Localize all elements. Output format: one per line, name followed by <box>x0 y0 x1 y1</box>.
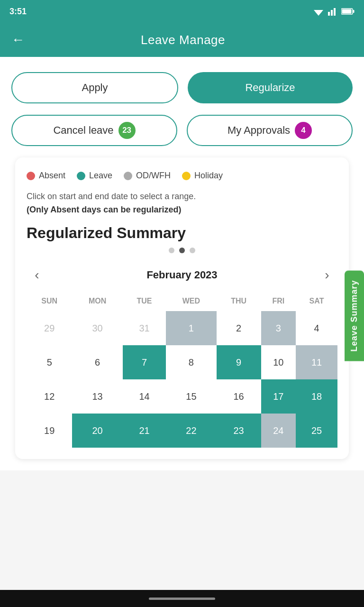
weekday-fri: FRI <box>261 293 296 311</box>
summary-title: Regularized Summary <box>27 224 337 242</box>
instruction-line1: Click on start and end date to select a … <box>27 190 337 203</box>
svg-rect-7 <box>353 10 355 13</box>
header: ← Leave Manage <box>0 23 364 57</box>
cal-cell[interactable]: 7 <box>123 345 166 379</box>
calendar-card: Absent Leave OD/WFH Holiday Click on sta… <box>15 157 349 459</box>
cal-cell[interactable]: 2 <box>217 311 261 345</box>
weekday-mon: MON <box>72 293 123 311</box>
calendar-nav: ‹ February 2023 › <box>27 265 337 285</box>
back-button[interactable]: ← <box>11 33 25 46</box>
weekday-thu: THU <box>217 293 261 311</box>
cal-cell[interactable]: 20 <box>72 414 123 448</box>
cal-cell[interactable]: 6 <box>72 345 123 379</box>
page-title: Leave Manage <box>32 33 334 47</box>
action-row-2: Cancel leave 23 My Approvals 4 <box>11 115 353 146</box>
table-row: 19 20 21 22 23 24 25 <box>27 414 337 448</box>
cal-cell[interactable]: 1 <box>166 311 217 345</box>
signal-icon <box>328 7 337 16</box>
legend-absent: Absent <box>27 171 65 181</box>
cal-cell[interactable]: 10 <box>261 345 296 379</box>
od-dot <box>124 172 132 180</box>
table-row: 12 13 14 15 16 17 18 <box>27 379 337 414</box>
status-bar: 3:51 <box>0 0 364 23</box>
cancel-leave-button[interactable]: Cancel leave 23 <box>11 115 177 146</box>
leave-dot <box>77 172 85 180</box>
main-content: Apply Regularize Cancel leave 23 My Appr… <box>0 57 364 470</box>
cal-cell[interactable]: 21 <box>123 414 166 448</box>
cal-cell[interactable]: 8 <box>166 345 217 379</box>
legend-holiday: Holiday <box>182 171 223 181</box>
dots-indicator <box>27 248 337 253</box>
cal-cell[interactable]: 30 <box>72 311 123 345</box>
regularize-button[interactable]: Regularize <box>188 72 353 103</box>
home-bar <box>0 590 364 607</box>
dot-1[interactable] <box>169 248 174 253</box>
cal-cell[interactable]: 17 <box>261 379 296 414</box>
cal-cell[interactable]: 18 <box>296 379 337 414</box>
action-row-1: Apply Regularize <box>11 72 353 103</box>
legend: Absent Leave OD/WFH Holiday <box>27 171 337 181</box>
apply-button[interactable]: Apply <box>11 72 178 103</box>
cal-cell[interactable]: 14 <box>123 379 166 414</box>
cal-cell[interactable]: 3 <box>261 311 296 345</box>
holiday-dot <box>182 172 191 180</box>
cal-cell[interactable]: 4 <box>296 311 337 345</box>
cal-cell[interactable]: 15 <box>166 379 217 414</box>
legend-od: OD/WFH <box>124 171 171 181</box>
weekday-tue: TUE <box>123 293 166 311</box>
svg-marker-1 <box>315 12 322 16</box>
cal-cell[interactable]: 22 <box>166 414 217 448</box>
cal-cell[interactable]: 5 <box>27 345 72 379</box>
cal-cell[interactable]: 24 <box>261 414 296 448</box>
leave-summary-tab[interactable]: Leave Summary <box>345 270 364 361</box>
dot-3[interactable] <box>190 248 195 253</box>
cal-cell[interactable]: 12 <box>27 379 72 414</box>
my-approvals-badge: 4 <box>295 122 312 139</box>
status-time: 3:51 <box>9 7 27 17</box>
svg-rect-4 <box>334 8 336 16</box>
svg-rect-2 <box>328 12 330 16</box>
calendar-header-row: SUN MON TUE WED THU FRI SAT <box>27 293 337 311</box>
cal-cell[interactable]: 31 <box>123 311 166 345</box>
calendar-table: SUN MON TUE WED THU FRI SAT 29 30 31 1 2 <box>27 293 337 448</box>
cal-cell[interactable]: 9 <box>217 345 261 379</box>
cancel-leave-badge: 23 <box>118 122 136 139</box>
next-month-button[interactable]: › <box>317 265 337 285</box>
legend-leave: Leave <box>77 171 112 181</box>
home-indicator <box>149 598 215 600</box>
cal-cell[interactable]: 19 <box>27 414 72 448</box>
cal-cell[interactable]: 25 <box>296 414 337 448</box>
svg-rect-3 <box>331 10 333 16</box>
weekday-sat: SAT <box>296 293 337 311</box>
weekday-wed: WED <box>166 293 217 311</box>
my-approvals-button[interactable]: My Approvals 4 <box>187 115 353 146</box>
table-row: 29 30 31 1 2 3 4 <box>27 311 337 345</box>
calendar-month-label: February 2023 <box>146 269 217 281</box>
wifi-icon <box>313 7 324 16</box>
battery-icon <box>341 8 355 15</box>
dot-2[interactable] <box>179 248 185 253</box>
prev-month-button[interactable]: ‹ <box>27 265 47 285</box>
svg-rect-6 <box>342 9 352 14</box>
status-icons <box>313 7 355 16</box>
weekday-sun: SUN <box>27 293 72 311</box>
absent-dot <box>27 172 35 180</box>
table-row: 5 6 7 8 9 10 11 <box>27 345 337 379</box>
cal-cell[interactable]: 11 <box>296 345 337 379</box>
cal-cell[interactable]: 16 <box>217 379 261 414</box>
cal-cell[interactable]: 13 <box>72 379 123 414</box>
instruction-line2: (Only Absent days can be regularized) <box>27 205 337 215</box>
cal-cell[interactable]: 29 <box>27 311 72 345</box>
cal-cell[interactable]: 23 <box>217 414 261 448</box>
